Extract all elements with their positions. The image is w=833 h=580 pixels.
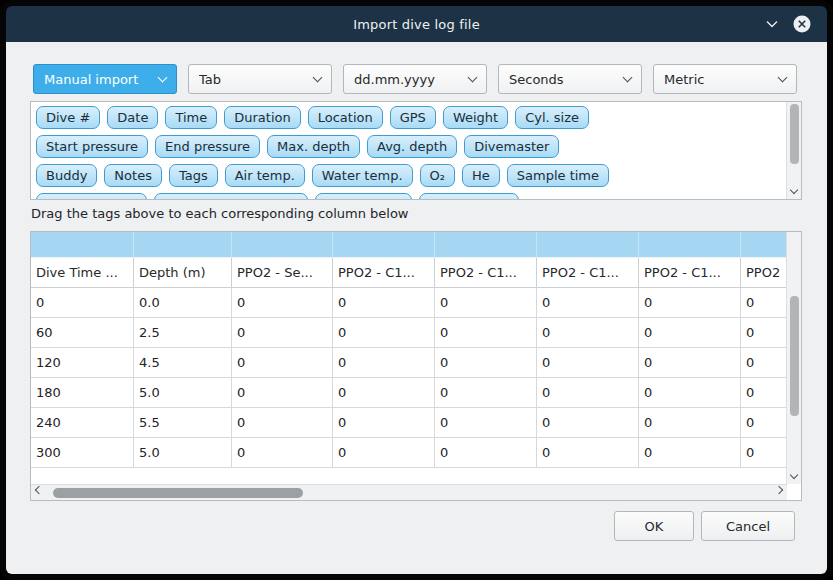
table-cell: 0 <box>333 318 435 348</box>
combo-date-format[interactable]: dd.mm.yyyy <box>343 64 487 94</box>
table-cell: 0 <box>435 438 537 468</box>
scroll-down-icon[interactable] <box>790 186 798 194</box>
column-header[interactable]: Dive Time ... <box>31 258 134 288</box>
tag-air-temp[interactable]: Air temp. <box>225 164 305 187</box>
scrollbar-thumb[interactable] <box>790 104 799 164</box>
tag-end-pressure[interactable]: End pressure <box>155 135 260 158</box>
tag-date[interactable]: Date <box>107 106 158 129</box>
drop-target-row <box>31 232 801 258</box>
column-header[interactable]: PPO2 - C1... <box>537 258 639 288</box>
tag-buddy[interactable]: Buddy <box>36 164 97 187</box>
dialog-buttons: OK Cancel <box>614 511 795 541</box>
window-title: Import dive log file <box>353 17 480 32</box>
shade-button[interactable] <box>761 13 783 35</box>
table-cell: 0 <box>537 378 639 408</box>
drop-cell[interactable] <box>232 232 333 258</box>
scrollbar-thumb[interactable] <box>790 296 799 416</box>
close-button[interactable] <box>791 13 813 35</box>
column-header[interactable]: Depth (m) <box>134 258 232 288</box>
column-header[interactable]: PPO2 - C1... <box>333 258 435 288</box>
table-cell: 0 <box>639 288 741 318</box>
tag-time[interactable]: Time <box>165 106 217 129</box>
table-row: 3005.0000000 <box>31 438 801 468</box>
tag-o[interactable]: O₂ <box>420 164 455 187</box>
tag-list: Dive #DateTimeDurationLocationGPSWeightC… <box>36 106 781 200</box>
tag-cyl-size[interactable]: Cyl. size <box>515 106 589 129</box>
table-cell: 0 <box>232 408 333 438</box>
table-cell: 0.0 <box>134 288 232 318</box>
table-cell: 5.0 <box>134 378 232 408</box>
table-cell: 0 <box>537 348 639 378</box>
scroll-down-icon[interactable] <box>790 471 798 479</box>
tag-avg-depth[interactable]: Avg. depth <box>367 135 457 158</box>
ok-button[interactable]: OK <box>614 511 694 541</box>
tag-water-temp[interactable]: Water temp. <box>312 164 413 187</box>
cancel-button[interactable]: Cancel <box>701 511 795 541</box>
tag-weight[interactable]: Weight <box>443 106 508 129</box>
tag-sample-cns[interactable]: Sample CNS <box>419 193 519 200</box>
tags-vertical-scrollbar[interactable] <box>786 102 801 199</box>
tag-max-depth[interactable]: Max. depth <box>267 135 360 158</box>
tag-notes[interactable]: Notes <box>104 164 162 187</box>
table-cell: 0 <box>435 318 537 348</box>
table-cell: 0 <box>31 288 134 318</box>
table-cell: 240 <box>31 408 134 438</box>
instruction-label: Drag the tags above to each correspondin… <box>31 206 408 221</box>
scroll-right-icon[interactable] <box>775 486 783 494</box>
combo-row: Manual importTabdd.mm.yyyySecondsMetric <box>33 64 797 94</box>
scrollbar-thumb[interactable] <box>53 488 303 498</box>
table-vertical-scrollbar[interactable] <box>786 232 801 484</box>
chevron-down-icon <box>313 73 323 83</box>
drop-cell[interactable] <box>333 232 435 258</box>
table-cell: 120 <box>31 348 134 378</box>
tag-row: Sample depthSample temperatureSample pO₂… <box>36 193 781 200</box>
tag-sample-time[interactable]: Sample time <box>507 164 609 187</box>
tag-start-pressure[interactable]: Start pressure <box>36 135 148 158</box>
drop-cell[interactable] <box>435 232 537 258</box>
table-header-row: Dive Time ...Depth (m)PPO2 - Se...PPO2 -… <box>31 258 801 288</box>
chevron-down-icon <box>778 73 788 83</box>
combo-import-type[interactable]: Manual import <box>33 64 177 94</box>
close-icon <box>792 14 812 34</box>
combo-value: Manual import <box>44 72 159 87</box>
tag-location[interactable]: Location <box>308 106 383 129</box>
drop-cell[interactable] <box>134 232 232 258</box>
combo-units[interactable]: Metric <box>653 64 797 94</box>
drop-cell[interactable] <box>31 232 134 258</box>
tag-sample-temperature[interactable]: Sample temperature <box>154 193 309 200</box>
table-cell: 0 <box>537 318 639 348</box>
table-row: 00.0000000 <box>31 288 801 318</box>
column-header[interactable]: PPO2 - Se... <box>232 258 333 288</box>
table-cell: 180 <box>31 378 134 408</box>
table-cell: 0 <box>232 438 333 468</box>
table-cell: 0 <box>232 378 333 408</box>
chevron-down-icon <box>468 73 478 83</box>
table-cell: 5.0 <box>134 438 232 468</box>
tag-divemaster[interactable]: Divemaster <box>464 135 559 158</box>
table-cell: 0 <box>537 408 639 438</box>
combo-value: Tab <box>199 72 314 87</box>
tag-gps[interactable]: GPS <box>390 106 436 129</box>
chevron-down-icon <box>763 15 781 33</box>
table-horizontal-scrollbar[interactable] <box>31 484 787 500</box>
combo-field-separator[interactable]: Tab <box>188 64 332 94</box>
titlebar[interactable]: Import dive log file <box>6 6 827 42</box>
table-cell: 60 <box>31 318 134 348</box>
combo-time-format[interactable]: Seconds <box>498 64 642 94</box>
drop-cell[interactable] <box>537 232 639 258</box>
tag-sample-po[interactable]: Sample pO₂ <box>315 193 412 200</box>
column-header[interactable]: PPO2 - C1... <box>435 258 537 288</box>
tag-he[interactable]: He <box>462 164 500 187</box>
table-cell: 0 <box>232 348 333 378</box>
tag-sample-depth[interactable]: Sample depth <box>36 193 147 200</box>
scroll-left-icon[interactable] <box>35 486 43 494</box>
drop-cell[interactable] <box>639 232 741 258</box>
column-header[interactable]: PPO2 - C1... <box>639 258 741 288</box>
table-cell: 0 <box>639 318 741 348</box>
tag-dive[interactable]: Dive # <box>36 106 100 129</box>
tag-duration[interactable]: Duration <box>224 106 300 129</box>
preview-table: Dive Time ...Depth (m)PPO2 - Se...PPO2 -… <box>30 231 802 501</box>
tag-tags[interactable]: Tags <box>169 164 218 187</box>
table-cell: 0 <box>232 288 333 318</box>
combo-value: dd.mm.yyyy <box>354 72 469 87</box>
